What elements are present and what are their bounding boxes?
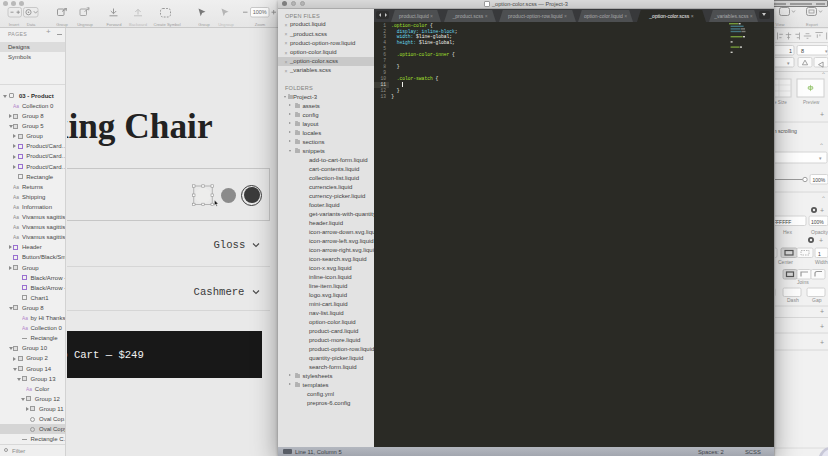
svg-text:+: + [820, 339, 824, 346]
svg-text:1: 1 [789, 48, 792, 54]
svg-text:Opacity: Opacity [811, 229, 828, 235]
svg-text:1: 1 [818, 251, 821, 257]
svg-text:⌃: ⌃ [821, 72, 826, 78]
svg-text:Preview: Preview [803, 100, 820, 105]
svg-text:Joins: Joins [797, 279, 809, 285]
svg-text:Fix position when scrolling: Fix position when scrolling [775, 128, 797, 134]
svg-text:+: + [819, 237, 823, 244]
svg-text:Width: Width [815, 259, 828, 265]
svg-text:Gap: Gap [812, 297, 822, 303]
svg-text:100%: 100% [813, 177, 826, 183]
svg-text:+: + [820, 323, 824, 330]
svg-text:100%: 100% [811, 219, 824, 225]
svg-text:+: + [820, 111, 824, 118]
svg-text:⌃: ⌃ [821, 196, 826, 202]
svg-text:Center: Center [778, 259, 793, 265]
svg-text:+: + [820, 308, 824, 315]
svg-text:Hex: Hex [783, 229, 792, 235]
svg-text:8: 8 [801, 48, 804, 54]
svg-text:Dash: Dash [787, 297, 799, 303]
svg-text:le Size: le Size [775, 100, 787, 105]
svg-text:100%: 100% [253, 9, 267, 15]
svg-text:FFFFFF: FFFFFF [775, 219, 791, 225]
svg-text:+: + [820, 207, 824, 214]
svg-text:⌃: ⌃ [819, 143, 824, 149]
